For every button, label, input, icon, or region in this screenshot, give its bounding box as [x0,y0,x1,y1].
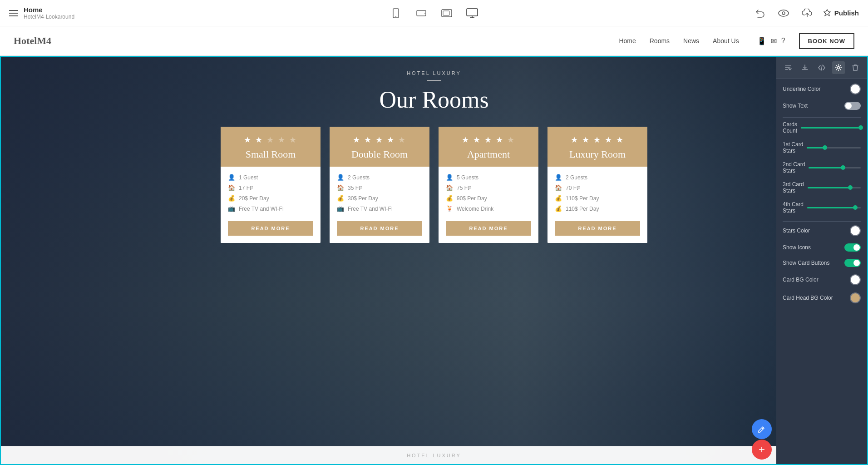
star-2: ★ [364,135,372,144]
apartment-size: 🏠 75 Ft² [446,184,531,191]
small-room-card-header: ★ ★ ★ ★ ★ Small Room [221,127,321,167]
small-room-size-text: 17 Ft² [239,185,253,191]
underline-color-swatch[interactable] [850,84,861,94]
right-panel: Underline Color Show Text CardsCount [776,57,867,464]
svg-point-9 [837,67,839,69]
show-card-buttons-toggle[interactable] [844,259,861,267]
apartment-guests-text: 5 Guests [457,174,478,181]
small-room-guests-text: 1 Guest [239,174,258,181]
panel-sort-button[interactable] [782,61,794,74]
underline-color-row: Underline Color [783,84,861,94]
device-switcher [388,5,480,21]
star-1: ★ [571,135,579,144]
small-room-card: ★ ★ ★ ★ ★ Small Room 👤 1 Guest 🏠 [221,127,321,243]
star-5: ★ [289,135,297,144]
email-nav-icon[interactable]: ✉ [771,37,777,45]
fab-edit-button[interactable] [752,419,772,439]
panel-settings-button[interactable] [832,61,845,74]
cloud-upload-button[interactable] [799,5,815,21]
underline-color-label: Underline Color [783,86,820,92]
card-bg-color-swatch[interactable] [850,274,861,285]
fourth-card-stars-slider[interactable] [807,207,861,208]
desktop-view-button[interactable] [464,5,480,21]
mobile-nav-icon[interactable]: 📱 [757,37,766,45]
star-1: ★ [462,135,470,144]
top-toolbar: Home HotelM4-Lookaround [0,0,868,26]
nav-news[interactable]: News [683,37,699,45]
tablet-landscape-button[interactable] [439,5,455,21]
luxury-room-size: 🏠 70 Ft² [555,184,640,191]
star-5: ★ [398,135,406,144]
first-card-stars-label: 1st CardStars [783,141,803,154]
small-room-amenities: 📺 Free TV and WI-FI [228,205,313,212]
section-tag: HOTEL LUXURY [407,70,461,76]
luxury-room-price2-text: 110$ Per Day [566,206,599,212]
nav-icons: 📱 ✉ ? [757,37,785,45]
luxury-room-read-more[interactable]: READ MORE [555,221,640,236]
panel-divider-2 [783,221,861,222]
star-3: ★ [266,135,275,144]
mobile-view-button[interactable] [388,5,404,21]
first-card-stars-slider[interactable] [807,147,861,148]
help-nav-icon[interactable]: ? [781,37,785,45]
apartment-card-header: ★ ★ ★ ★ ★ Apartment [439,127,538,167]
luxury-room-size-text: 70 Ft² [566,185,580,191]
book-now-button[interactable]: BOOK NOW [799,33,854,49]
panel-trash-button[interactable] [849,61,862,74]
toolbar-left: Home HotelM4-Lookaround [9,6,74,20]
svg-rect-6 [467,9,478,16]
section-title: Our Rooms [379,86,488,113]
apartment-guests: 👤 5 Guests [446,174,531,181]
luxury-room-card: ★ ★ ★ ★ ★ Luxury Room 👤 2 Guests 🏠 [547,127,647,243]
star-3: ★ [375,135,384,144]
small-room-title: Small Room [246,148,296,160]
double-room-read-more[interactable]: READ MORE [337,221,422,236]
cards-count-label: CardsCount [783,121,797,134]
second-card-stars-slider[interactable] [809,167,861,168]
luxury-room-price: 💰 110$ Per Day [555,195,640,202]
double-room-stars: ★ ★ ★ ★ ★ [353,135,406,145]
fourth-card-stars-label: 4th CardStars [783,201,804,214]
stars-color-swatch[interactable] [850,225,861,236]
small-room-amenities-text: Free TV and WI-FI [239,206,284,212]
double-room-size: 🏠 35 Ft² [337,184,422,191]
third-card-stars-slider[interactable] [808,187,861,188]
undo-button[interactable] [752,5,768,21]
svg-point-1 [395,16,396,17]
panel-divider-1 [783,117,861,118]
double-room-guests: 👤 2 Guests [337,174,422,181]
panel-code-button[interactable] [815,61,828,74]
publish-button[interactable]: Publish [823,9,859,17]
cards-count-slider[interactable] [801,127,861,129]
nav-home[interactable]: Home [619,37,636,45]
main-canvas: HOTEL LUXURY Our Rooms ★ ★ ★ ★ ★ Small R… [0,56,868,465]
small-room-size: 🏠 17 Ft² [228,184,313,191]
site-nav: Home Rooms News About Us 📱 ✉ ? BOOK NOW [619,33,854,49]
fourth-card-stars-row: 4th CardStars [783,201,861,214]
apartment-amenities-text: Welcome Drink [457,206,493,212]
small-room-read-more[interactable]: READ MORE [228,221,313,236]
show-icons-toggle[interactable] [844,243,861,252]
apartment-body: 👤 5 Guests 🏠 75 Ft² 💰 90$ Per Day 🍹 Welc… [439,167,538,221]
show-card-buttons-row: Show Card Buttons [783,259,861,267]
menu-icon[interactable] [9,10,18,16]
show-text-toggle[interactable] [844,102,861,110]
star-4: ★ [605,135,613,144]
double-room-size-text: 35 Ft² [348,185,362,191]
panel-download-button[interactable] [799,61,811,74]
preview-button[interactable] [775,5,792,21]
drink-icon: 🍹 [446,205,453,212]
double-room-guests-text: 2 Guests [348,174,370,181]
svg-rect-5 [443,11,449,15]
nav-about[interactable]: About Us [713,37,739,45]
apartment-footer: READ MORE [439,221,538,243]
nav-rooms[interactable]: Rooms [650,37,670,45]
show-text-label: Show Text [783,103,808,109]
tv-icon: 📺 [337,205,344,212]
tablet-view-button[interactable] [413,5,429,21]
apartment-read-more[interactable]: READ MORE [446,221,531,236]
card-head-bg-color-swatch[interactable] [850,292,861,303]
second-card-stars-label: 2nd CardStars [783,161,805,174]
star-5: ★ [616,135,624,144]
fab-add-button[interactable]: + [752,440,772,460]
